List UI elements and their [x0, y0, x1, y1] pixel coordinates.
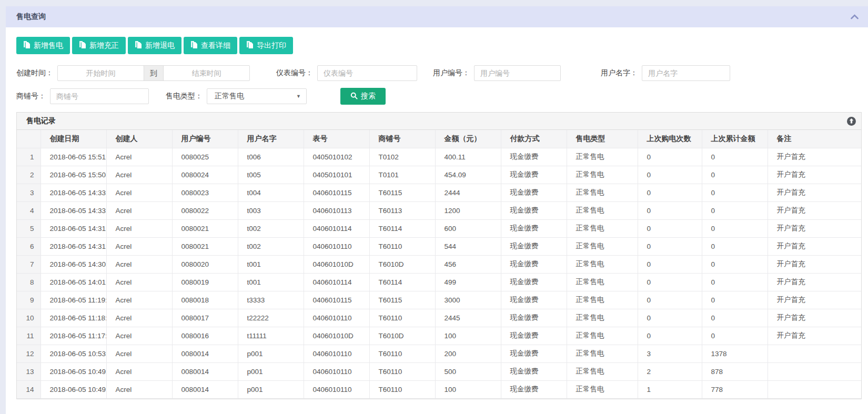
column-header: 上次累计金额 [702, 130, 768, 148]
table-cell: 现金缴费 [501, 148, 567, 166]
table-cell: 0406010114 [304, 273, 369, 291]
table-cell: 0080021 [172, 237, 238, 255]
table-row[interactable]: 132018-06-05 10:49:5Acrel0080014p0010406… [17, 362, 861, 380]
table-row[interactable]: 82018-06-05 14:01:3Acrel0080019t00104060… [17, 273, 861, 291]
table-cell: 0080025 [172, 148, 238, 166]
row-index-cell: 12 [17, 345, 41, 362]
add-sale-button[interactable]: 新增售电 [16, 37, 70, 54]
table-row[interactable]: 112018-06-05 11:17:5Acrel0080016t1111104… [17, 327, 861, 345]
table-cell: t003 [238, 201, 304, 219]
page-title: 售电查询 [16, 12, 46, 22]
table-cell: 0 [702, 237, 768, 255]
table-cell: T60110 [369, 380, 435, 398]
table-cell: 2018-06-05 10:53:0 [41, 345, 106, 362]
column-header: 付款方式 [501, 130, 567, 148]
meter-no-input[interactable] [317, 65, 417, 81]
table-cell: 0 [638, 255, 702, 273]
table-cell [768, 345, 861, 362]
table-row[interactable]: 12018-06-05 15:51:1Acrel0080025t00604050… [17, 148, 861, 166]
table-row[interactable]: 42018-06-05 14:33:0Acrel0080022t00304060… [17, 201, 861, 219]
table-cell: 878 [702, 362, 768, 380]
table-cell: 0 [702, 327, 768, 345]
table-cell: 2018-06-05 14:01:3 [41, 273, 106, 291]
create-time-label: 创建时间： [16, 68, 53, 78]
table-cell: 正常售电 [567, 327, 638, 345]
column-header: 售电类型 [567, 130, 638, 148]
export-print-button[interactable]: 导出打印 [239, 37, 293, 54]
add-correction-button[interactable]: 新增充正 [72, 37, 126, 54]
table-cell: 0406010110 [304, 345, 369, 362]
user-name-input[interactable] [642, 65, 730, 81]
table-cell: Acrel [106, 219, 172, 237]
card-body: 新增售电 新增充正 新增退电 查看详细 导出打印 创建时间： 到 [6, 27, 868, 410]
table-row[interactable]: 122018-06-05 10:53:0Acrel0080014p0010406… [17, 345, 861, 362]
table-cell: 0 [702, 184, 768, 201]
table-cell: 现金缴费 [501, 380, 567, 398]
table-cell: Acrel [106, 148, 172, 166]
table-cell: t006 [238, 148, 304, 166]
table-row[interactable]: 142018-06-05 10:49:4Acrel0080014p0010406… [17, 380, 861, 398]
table-cell: 0080018 [172, 291, 238, 309]
filter-row-2: 商铺号： 售电类型： 正常售电 ▼ 搜索 [16, 88, 862, 105]
table-cell: T6010D [369, 327, 435, 345]
table-cell: 0080024 [172, 166, 238, 184]
row-index-header [17, 130, 41, 148]
table-cell: 0080021 [172, 219, 238, 237]
shop-no-input[interactable] [50, 88, 149, 104]
shop-no-label: 商铺号： [16, 92, 46, 101]
sale-type-select[interactable]: 正常售电 ▼ [207, 88, 307, 104]
table-cell: Acrel [106, 291, 172, 309]
table-cell: t3333 [238, 291, 304, 309]
column-header: 用户编号 [172, 130, 238, 148]
table-cell: 2018-06-05 11:18:4 [41, 309, 106, 327]
chevron-up-icon[interactable] [849, 12, 861, 22]
arrow-up-circle-icon[interactable] [847, 117, 856, 126]
row-index-cell: 9 [17, 291, 41, 309]
table-cell: 正常售电 [567, 184, 638, 201]
table-cell: T60110 [369, 237, 435, 255]
search-icon [350, 92, 358, 101]
table-cell: 开户首充 [768, 148, 861, 166]
button-label: 查看详细 [201, 41, 230, 51]
table-cell: 0 [702, 219, 768, 237]
search-button[interactable]: 搜索 [340, 88, 386, 105]
table-cell: 现金缴费 [501, 166, 567, 184]
table-cell: Acrel [106, 309, 172, 327]
table-cell: Acrel [106, 345, 172, 362]
table-cell: 0 [702, 148, 768, 166]
column-header: 商铺号 [369, 130, 435, 148]
row-index-cell: 1 [17, 148, 41, 166]
table-row[interactable]: 52018-06-05 14:31:3Acrel0080021t00204060… [17, 219, 861, 237]
table-cell: 2018-06-05 11:19:0 [41, 291, 106, 309]
table-cell: p001 [238, 345, 304, 362]
add-refund-button[interactable]: 新增退电 [128, 37, 181, 54]
view-detail-button[interactable]: 查看详细 [184, 37, 237, 54]
row-index-cell: 2 [17, 166, 41, 184]
table-row[interactable]: 72018-06-05 14:30:1Acrel0080020t00104060… [17, 255, 861, 273]
user-name-label: 用户名字： [601, 68, 638, 78]
table-row[interactable]: 92018-06-05 11:19:0Acrel0080018t33330406… [17, 291, 861, 309]
end-time-input[interactable] [163, 65, 250, 81]
table-cell: 0080014 [172, 362, 238, 380]
table-row[interactable]: 22018-06-05 15:50:1Acrel0080024t00504050… [17, 166, 861, 184]
table-row[interactable]: 102018-06-05 11:18:4Acrel0080017t2222204… [17, 309, 861, 327]
column-header: 表号 [304, 130, 369, 148]
table-cell: T60115 [369, 291, 435, 309]
table-cell: Acrel [106, 184, 172, 201]
table-cell: 0406010113 [304, 201, 369, 219]
table-row[interactable]: 32018-06-05 14:33:2Acrel0080023t00404060… [17, 184, 861, 201]
table-cell: 现金缴费 [501, 327, 567, 345]
table-cell: T60115 [369, 184, 435, 201]
table-cell: 正常售电 [567, 237, 638, 255]
start-time-input[interactable] [57, 65, 144, 81]
user-no-input[interactable] [474, 65, 561, 81]
table-cell: Acrel [106, 327, 172, 345]
table-cell: 2018-06-05 11:17:5 [41, 327, 106, 345]
table-cell: 100 [435, 327, 501, 345]
table-cell: 1200 [435, 201, 501, 219]
column-header: 创建日期 [41, 130, 106, 148]
table-cell: T60110 [369, 345, 435, 362]
table-row[interactable]: 62018-06-05 14:31:3Acrel0080021t00204060… [17, 237, 861, 255]
table-cell: 544 [435, 237, 501, 255]
button-label: 导出打印 [257, 41, 286, 51]
